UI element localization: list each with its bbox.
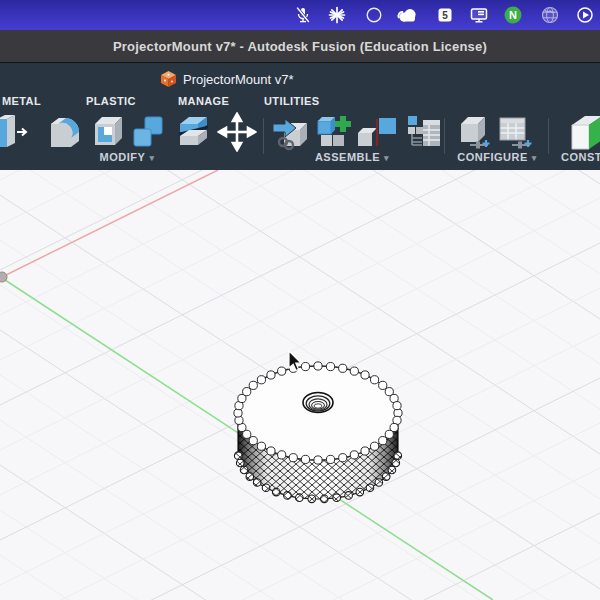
circle-outline-icon[interactable] — [362, 3, 386, 27]
window-title: ProjectorMount v7* - Autodesk Fusion (Ed… — [113, 39, 487, 54]
svg-text:N: N — [509, 9, 517, 21]
vpn-badge-icon[interactable]: N — [501, 3, 525, 27]
insert-derive-icon[interactable] — [270, 112, 310, 152]
calendar-icon[interactable]: 5 — [433, 3, 457, 27]
configuration-table-icon[interactable] — [495, 112, 535, 152]
chevron-down-icon: ▾ — [149, 153, 154, 163]
threaded-hole — [303, 393, 333, 413]
fusion-cube-icon — [160, 70, 177, 88]
ribbon-tab-utilities[interactable]: UTILITIES — [264, 95, 320, 111]
toolbar-separator — [263, 118, 264, 154]
configuration-icon[interactable] — [453, 112, 493, 152]
ribbon-tab-plastic[interactable]: PLASTIC — [86, 95, 136, 111]
toolbar-separator — [548, 118, 549, 154]
joint-icon[interactable] — [353, 112, 405, 152]
fusion-ribbon: ProjectorMount v7* METAL PLASTIC MANAGE … — [0, 63, 600, 170]
group-label-text: ASSEMBLE — [315, 151, 380, 163]
origin-axes — [0, 170, 493, 600]
svg-text:5: 5 — [442, 10, 448, 21]
group-label-text: CONFIGURE — [457, 151, 528, 163]
toolbar-separator — [444, 118, 445, 154]
viewport-canvas[interactable] — [0, 170, 600, 600]
chevron-down-icon: ▾ — [532, 153, 537, 163]
toolbar-group-construct[interactable]: CONST — [561, 151, 600, 166]
construction-plane-icon[interactable] — [570, 112, 600, 152]
globe-icon[interactable] — [538, 3, 562, 27]
group-label-text: CONST — [561, 151, 600, 163]
toolbar-group-modify[interactable]: MODIFY▾ — [100, 151, 155, 166]
knurled-knob-model[interactable] — [234, 362, 402, 503]
new-component-icon[interactable] — [313, 112, 353, 152]
play-circle-icon[interactable] — [573, 3, 597, 27]
bom-table-icon[interactable] — [404, 112, 444, 152]
fillet-icon[interactable] — [44, 112, 84, 152]
toolbar-group-configure[interactable]: CONFIGURE▾ — [457, 151, 537, 166]
cloud-icon[interactable] — [396, 3, 420, 27]
mic-muted-icon[interactable] — [291, 3, 315, 27]
ribbon-tab-manage[interactable]: MANAGE — [178, 95, 229, 111]
split-body-icon[interactable] — [172, 112, 212, 152]
group-label-text: MODIFY — [100, 151, 146, 163]
starburst-icon[interactable] — [325, 3, 349, 27]
document-tab[interactable]: ProjectorMount v7* — [160, 68, 294, 90]
press-pull-icon[interactable] — [0, 112, 33, 152]
window-titlebar: ProjectorMount v7* - Autodesk Fusion (Ed… — [0, 30, 600, 63]
shell-icon[interactable] — [87, 112, 127, 152]
move-copy-icon[interactable] — [217, 112, 257, 152]
toolbar-group-assemble[interactable]: ASSEMBLE▾ — [315, 151, 389, 166]
document-tab-label: ProjectorMount v7* — [183, 72, 294, 87]
ribbon-tab-metal[interactable]: METAL — [2, 95, 41, 111]
combine-icon[interactable] — [128, 112, 168, 152]
macos-menubar: 5 N — [0, 0, 600, 30]
display-icon[interactable] — [467, 3, 491, 27]
chevron-down-icon: ▾ — [384, 153, 389, 163]
